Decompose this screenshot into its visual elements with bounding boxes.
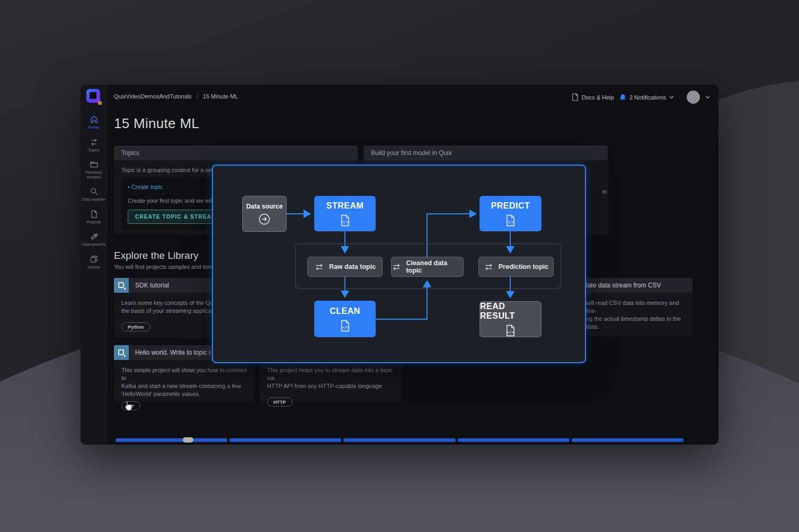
arrow-circle-icon (258, 213, 271, 226)
sidebar-item-label: Home (88, 125, 99, 130)
card-description: Kafka and start a new stream containing … (121, 382, 247, 390)
page-title: 15 Minute ML (114, 115, 199, 132)
sidebar-item-topics[interactable]: Topics (81, 134, 107, 157)
sidebar-item-library[interactable]: Library (81, 251, 107, 274)
swap-arrows-icon (484, 263, 494, 271)
sidebar-item-projects[interactable]: Projects (81, 206, 107, 229)
prediction-topic-pill: Prediction topic (478, 257, 554, 277)
topics-intro-text: Topic is a grouping context for a set of… (121, 167, 224, 173)
svg-text:</>: </> (342, 219, 349, 224)
topics-panel-header: Topics (114, 146, 358, 160)
sidebar-item-label: Library (88, 265, 100, 270)
data-source-node: Data source (242, 196, 287, 232)
sidebar-item-label: Persisted streams (82, 170, 106, 179)
topic-label: Cleaned data topic (406, 259, 463, 274)
projects-icon (90, 210, 99, 219)
docs-help-label: Docs & Help (582, 94, 614, 101)
avatar[interactable] (687, 91, 700, 104)
card-description: will read CSV data into memory and live- (586, 299, 685, 315)
chevron-down-icon[interactable] (705, 96, 710, 99)
topic-label: Raw data topic (329, 263, 376, 270)
home-icon (90, 115, 99, 124)
build-model-panel-header: Build your first model in Quix (363, 146, 608, 160)
stream-node: STREAM </> (314, 196, 376, 231)
node-label: READ RESULT (480, 302, 541, 321)
sidebar-item-label: Projects (86, 220, 101, 225)
progress-segment[interactable] (343, 438, 455, 442)
quix-logo-dot (98, 101, 102, 105)
docs-help-button[interactable]: Docs & Help (572, 93, 614, 101)
card-description: This simple project will show you how to… (121, 366, 247, 382)
code-file-icon: </> (505, 214, 516, 227)
video-playhead[interactable] (183, 437, 193, 443)
swap-arrows-icon (392, 263, 401, 271)
code-file-icon: </> (340, 320, 350, 332)
video-progress-bar[interactable] (116, 438, 683, 442)
quix-logo-icon[interactable] (86, 89, 100, 103)
sidebar: Home Topics Persisted streams Data explo… (81, 85, 107, 445)
notifications-label: 2 Notifications (629, 94, 666, 101)
svg-text:</>: </> (507, 219, 514, 224)
raw-data-topic-pill: Raw data topic (307, 257, 383, 277)
code-file-icon: </> (340, 214, 350, 227)
language-tag: Python (121, 322, 150, 331)
card-title: late data stream from CSV (586, 282, 661, 289)
progress-segment[interactable] (572, 438, 683, 442)
card-description: This project helps you to stream data in… (267, 366, 394, 382)
library-subheading: You will find projects samples and templ… (114, 264, 225, 270)
library-icon (90, 255, 99, 264)
breadcrumb-page[interactable]: 15 Minute ML (203, 93, 238, 100)
predict-node: PREDICT </> (480, 196, 541, 231)
cleaned-data-topic-pill: Cleaned data topic (391, 257, 464, 277)
hand-cursor (124, 400, 133, 413)
node-label: CLEAN (330, 306, 360, 316)
card-description: HTTP API from any HTTP-capable language (267, 382, 394, 390)
svg-text:</>: </> (342, 324, 349, 329)
card-title: Hello world. Write to topic i (135, 349, 210, 356)
quix-logo-inner (90, 92, 96, 99)
card-description: ng the actual timestamp deltas in the da… (586, 315, 685, 331)
progress-segment[interactable] (458, 438, 570, 442)
sidebar-item-deployments[interactable]: Deployments (81, 228, 107, 251)
read-result-node: READ RESULT </> (480, 301, 541, 337)
breadcrumb-separator: / (197, 93, 198, 100)
node-label: PREDICT (491, 201, 530, 211)
bell-icon (619, 94, 626, 101)
swap-arrows-icon (314, 263, 324, 271)
progress-segment[interactable] (116, 438, 227, 442)
sidebar-item-persisted-streams[interactable]: Persisted streams (81, 156, 107, 183)
library-heading: Explore the Library (114, 250, 198, 262)
topic-label: Prediction topic (499, 263, 548, 270)
sidebar-item-label: Deployments (82, 242, 105, 247)
clean-node: CLEAN </> (314, 301, 376, 337)
code-file-icon: </> (505, 324, 516, 337)
node-label: STREAM (326, 201, 364, 211)
card-description: 'HelloWorld' parameter values. (121, 390, 247, 398)
sidebar-item-home[interactable]: Home (81, 111, 107, 134)
build-model-clipped-text: in (602, 188, 607, 195)
svg-text:</>: </> (507, 330, 514, 335)
data-explorer-icon (90, 187, 99, 196)
notifications-button[interactable]: 2 Notifications (619, 94, 674, 101)
topics-icon (90, 138, 99, 147)
sidebar-item-label: Topics (88, 148, 99, 153)
progress-segment[interactable] (229, 438, 341, 442)
node-label: Data source (246, 203, 283, 210)
sidebar-item-label: Data explorer (82, 197, 105, 202)
quix-sample-icon (114, 278, 129, 293)
card-title: SDK tutorial (135, 282, 169, 289)
pipeline-diagram-modal: Data source STREAM </> PREDICT </> Raw d… (212, 165, 586, 363)
deployments-icon (90, 232, 99, 241)
streams-icon (90, 160, 99, 169)
protocol-tag: HTTP (267, 398, 292, 407)
document-icon (572, 93, 579, 101)
sidebar-item-data-explorer[interactable]: Data explorer (81, 183, 107, 206)
breadcrumb-project[interactable]: QuixVideoDemosAndTutorials (114, 93, 192, 100)
breadcrumb: QuixVideoDemosAndTutorials / 15 Minute M… (114, 93, 238, 100)
chevron-down-icon (669, 96, 674, 99)
quix-sample-icon (114, 345, 129, 360)
